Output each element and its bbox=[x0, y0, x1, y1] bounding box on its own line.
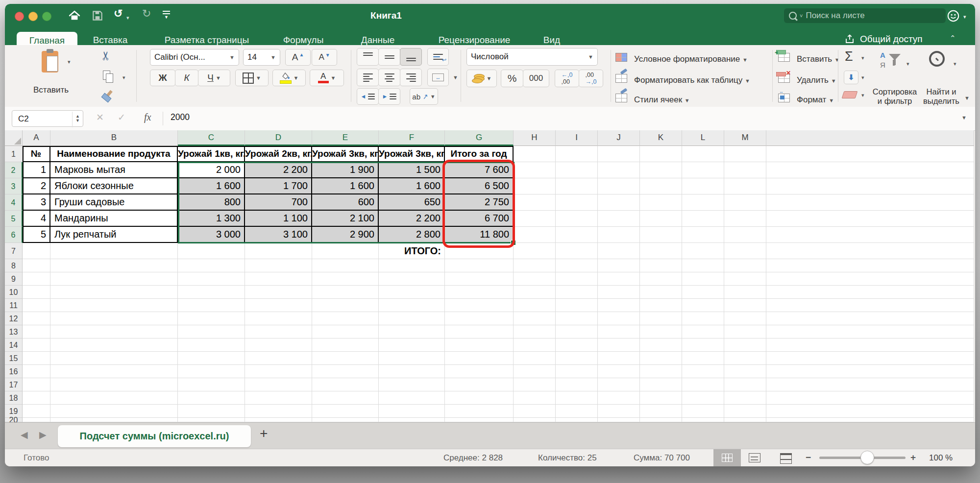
zoom-button[interactable] bbox=[42, 12, 51, 21]
qat-menu-icon[interactable]: ▼ bbox=[163, 11, 170, 19]
clear-dropdown-icon[interactable]: ▾ bbox=[861, 92, 864, 98]
fill-dropdown-icon[interactable]: ▾ bbox=[861, 74, 864, 81]
column-header-A[interactable]: A bbox=[23, 130, 50, 146]
sheet-next-icon[interactable]: ▶ bbox=[39, 429, 47, 440]
cell-C2[interactable]: 2 000 bbox=[178, 162, 245, 178]
cell-G5[interactable]: 6 700 bbox=[445, 211, 514, 227]
align-bottom-button[interactable] bbox=[400, 48, 422, 66]
name-box[interactable]: C2 ▲▼ bbox=[12, 110, 83, 127]
view-normal-button[interactable] bbox=[713, 449, 741, 466]
cancel-icon[interactable]: ✕ bbox=[96, 112, 104, 123]
cell-A1[interactable]: № bbox=[23, 146, 50, 162]
cell-B6[interactable]: Лук репчатый bbox=[50, 227, 178, 243]
paste-label[interactable]: Вставить bbox=[33, 85, 69, 95]
zoom-in-button[interactable]: + bbox=[910, 452, 916, 463]
ribbon-more-dropdown-icon[interactable]: ▼ bbox=[964, 95, 970, 101]
sort-filter-dropdown-icon[interactable]: ▾ bbox=[906, 61, 909, 67]
cell-A6[interactable]: 5 bbox=[23, 227, 50, 243]
row-header-4[interactable]: 4 bbox=[5, 194, 23, 211]
decrease-font-button[interactable]: A▼ bbox=[312, 49, 337, 66]
sort-filter-label[interactable]: Сортировкаи фильтр bbox=[870, 87, 919, 106]
font-size-combo[interactable]: 14▼ bbox=[243, 49, 280, 66]
conditional-formatting-button[interactable]: Условное форматирование ▼ bbox=[634, 54, 748, 64]
comma-style-button[interactable]: 000 bbox=[523, 70, 549, 87]
formula-bar-expand-icon[interactable]: ▼ bbox=[961, 115, 967, 121]
name-box-spinner[interactable]: ▲▼ bbox=[72, 112, 80, 127]
fill-color-button[interactable]: ▼ bbox=[272, 70, 306, 86]
row-header-5[interactable]: 5 bbox=[5, 211, 23, 227]
zoom-slider-thumb[interactable] bbox=[860, 451, 874, 464]
cell-A3[interactable]: 2 bbox=[23, 178, 50, 194]
cell-F5[interactable]: 2 200 bbox=[379, 211, 445, 227]
clear-icon[interactable] bbox=[843, 91, 857, 98]
format-painter-icon[interactable] bbox=[101, 90, 111, 100]
cell-B5[interactable]: Мандарины bbox=[50, 211, 178, 227]
column-header-F[interactable]: F bbox=[379, 130, 445, 146]
zoom-out-button[interactable]: − bbox=[806, 452, 811, 463]
column-header-D[interactable]: D bbox=[245, 130, 312, 146]
row-header-9[interactable]: 9 bbox=[5, 272, 23, 286]
view-break-button[interactable] bbox=[780, 453, 792, 464]
column-header-E[interactable]: E bbox=[312, 130, 379, 146]
row-header-16[interactable]: 16 bbox=[5, 365, 23, 378]
share-label[interactable]: Общий доступ bbox=[860, 34, 923, 45]
save-icon[interactable] bbox=[91, 9, 104, 22]
row-header-20[interactable]: 20 bbox=[5, 418, 23, 422]
increase-indent-button[interactable]: ► bbox=[378, 88, 400, 105]
cell-C5[interactable]: 1 300 bbox=[178, 211, 245, 227]
row-header-10[interactable]: 10 bbox=[5, 286, 23, 299]
cell-E6[interactable]: 2 900 bbox=[312, 227, 379, 243]
column-header-blank[interactable] bbox=[766, 130, 974, 146]
format-cells-button[interactable]: Формат ▼ bbox=[797, 95, 834, 105]
paste-icon[interactable] bbox=[40, 49, 60, 73]
cell-C3[interactable]: 1 600 bbox=[178, 178, 245, 194]
status-count[interactable]: Количество: 25 bbox=[538, 453, 597, 463]
row-header-8[interactable]: 8 bbox=[5, 259, 23, 272]
bold-button[interactable]: Ж bbox=[150, 70, 175, 86]
align-middle-button[interactable] bbox=[378, 48, 400, 66]
cell-F4[interactable]: 650 bbox=[379, 194, 445, 211]
cell-F3[interactable]: 1 600 bbox=[379, 178, 445, 194]
cell-B3[interactable]: Яблоки сезонные bbox=[50, 178, 178, 194]
copy-dropdown-icon[interactable]: ▾ bbox=[122, 74, 125, 81]
column-header-L[interactable]: L bbox=[682, 130, 724, 146]
cell-A4[interactable]: 3 bbox=[23, 194, 50, 211]
smiley-dropdown-icon[interactable]: ▾ bbox=[963, 14, 966, 20]
align-center-button[interactable] bbox=[378, 69, 400, 86]
column-header-J[interactable]: J bbox=[598, 130, 640, 146]
row-header-18[interactable]: 18 bbox=[5, 391, 23, 405]
view-layout-button[interactable] bbox=[749, 453, 760, 462]
italic-button[interactable]: К bbox=[175, 70, 198, 86]
zoom-level[interactable]: 100 % bbox=[929, 453, 953, 463]
row-header-6[interactable]: 6 bbox=[5, 227, 23, 243]
cell-B1[interactable]: Наименование продукта bbox=[50, 146, 178, 162]
decrease-indent-button[interactable]: ◄ bbox=[357, 88, 379, 105]
column-header-M[interactable]: M bbox=[724, 130, 766, 146]
column-header-I[interactable]: I bbox=[556, 130, 598, 146]
percent-style-button[interactable]: % bbox=[501, 70, 523, 87]
row-header-3[interactable]: 3 bbox=[5, 178, 23, 194]
align-top-button[interactable] bbox=[357, 48, 379, 66]
wrap-text-button[interactable]: ↩ bbox=[427, 48, 449, 66]
fill-handle[interactable] bbox=[511, 240, 516, 245]
minimize-button[interactable] bbox=[28, 12, 38, 21]
undo-dropdown-icon[interactable]: ▾ bbox=[126, 15, 129, 21]
column-header-B[interactable]: B bbox=[50, 130, 178, 146]
cell-B2[interactable]: Марковь мытая bbox=[50, 162, 178, 178]
merge-cells-button[interactable]: ↔ bbox=[427, 69, 449, 86]
formula-input[interactable]: 2000 bbox=[171, 112, 190, 122]
column-header-G[interactable]: G bbox=[445, 130, 514, 146]
row-header-2[interactable]: 2 bbox=[5, 162, 23, 178]
fill-button[interactable]: ⬇ bbox=[844, 71, 858, 84]
cell-E4[interactable]: 600 bbox=[312, 194, 379, 211]
cell-C6[interactable]: 3 000 bbox=[178, 227, 245, 243]
find-select-dropdown-icon[interactable]: ▾ bbox=[954, 61, 956, 67]
cell-G2[interactable]: 7 600 bbox=[445, 162, 514, 178]
autosum-dropdown-icon[interactable]: ▾ bbox=[861, 55, 864, 61]
column-header-C[interactable]: C bbox=[178, 130, 245, 146]
align-left-button[interactable] bbox=[357, 69, 379, 86]
select-all-corner[interactable] bbox=[5, 130, 23, 146]
insert-cells-button[interactable]: Вставить ▼ bbox=[797, 54, 840, 64]
cell-B4[interactable]: Груши садовые bbox=[50, 194, 178, 211]
cell-G6[interactable]: 11 800 bbox=[445, 227, 514, 243]
